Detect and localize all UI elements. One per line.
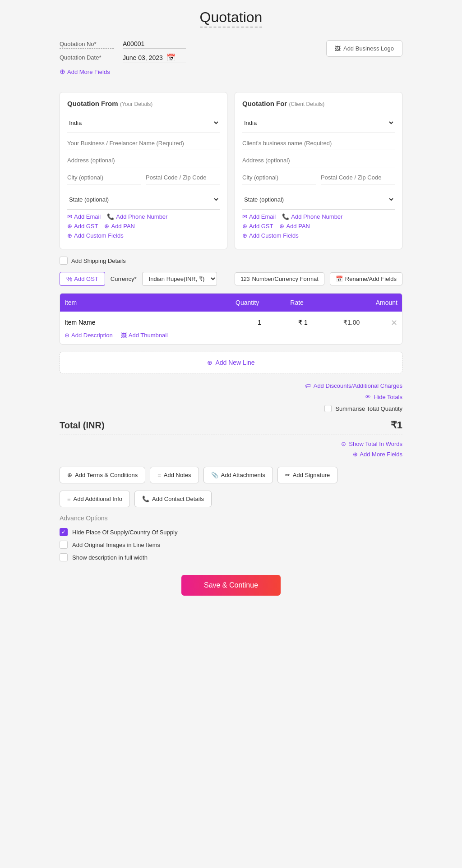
for-add-email-button[interactable]: ✉ Add Email <box>242 213 276 220</box>
plus-icon-desc: ⊕ <box>65 332 69 339</box>
plus-icon-custom: ⊕ <box>67 232 72 239</box>
advance-options-title: Advance Options <box>60 514 402 522</box>
for-add-custom-fields-label: Add Custom Fields <box>249 232 299 239</box>
add-gst-toolbar-label: Add GST <box>74 276 98 282</box>
for-add-custom-fields-button[interactable]: ⊕ Add Custom Fields <box>242 232 299 239</box>
advance-option-original-images[interactable]: Add Original Images in Line Items <box>60 541 402 549</box>
hide-totals-label: Hide Totals <box>374 394 402 400</box>
for-state-select[interactable]: State (optional) <box>242 193 395 207</box>
phone-icon-for: 📞 <box>282 213 289 220</box>
add-contact-details-button[interactable]: 📞 Add Contact Details <box>134 491 212 507</box>
calendar-icon[interactable]: 📅 <box>166 53 176 62</box>
add-notes-label: Add Notes <box>164 472 191 478</box>
header-amount: Amount <box>344 294 402 312</box>
number-format-button[interactable]: 123 Number/Currency Format <box>235 272 324 285</box>
shipping-label: Add Shipping Details <box>71 257 126 264</box>
summarise-label: Summarise Total Quantity <box>335 405 402 412</box>
hide-place-checkbox[interactable] <box>60 528 68 536</box>
item-amount: ₹1.00 <box>343 317 375 328</box>
add-signature-button[interactable]: ✏ Add Signature <box>277 467 337 483</box>
item-actions-row: ⊕ Add Description 🖼 Add Thumbnail <box>60 328 402 344</box>
summarise-checkbox[interactable] <box>324 405 332 412</box>
add-more-fields-button[interactable]: ⊕ Add More Fields <box>60 68 317 76</box>
from-address-input[interactable] <box>67 154 220 167</box>
item-name-input[interactable] <box>65 317 253 328</box>
from-business-name-input[interactable] <box>67 137 220 150</box>
add-thumbnail-button[interactable]: 🖼 Add Thumbnail <box>121 332 168 339</box>
page-title: Quotation <box>200 9 263 28</box>
from-add-gst-button[interactable]: ⊕ Add GST <box>67 223 98 230</box>
for-country-row[interactable]: India <box>242 113 395 133</box>
add-notes-button[interactable]: ≡ Add Notes <box>150 467 199 483</box>
add-more-fields-label: Add More Fields <box>67 69 110 75</box>
save-button-row: Save & Continue <box>60 575 402 596</box>
add-new-line-row[interactable]: ⊕ Add New Line <box>60 352 402 373</box>
shipping-details-row[interactable]: Add Shipping Details <box>60 257 402 265</box>
add-terms-label: Add Terms & Conditions <box>75 472 138 478</box>
for-city-input[interactable] <box>242 171 316 184</box>
add-business-logo-button[interactable]: 🖼 Add Business Logo <box>326 40 402 57</box>
for-address-input[interactable] <box>242 154 395 167</box>
from-zip-input[interactable] <box>146 171 220 184</box>
save-continue-button[interactable]: Save & Continue <box>181 575 281 596</box>
add-attachments-button[interactable]: 📎 Add Attachments <box>203 467 273 483</box>
quotation-for-panel: Quotation For (Client Details) India Sta… <box>235 92 402 249</box>
for-business-name-input[interactable] <box>242 137 395 150</box>
show-words-label: Show Total In Words <box>349 441 402 447</box>
currency-select[interactable]: Indian Rupee(INR, ₹) <box>142 272 217 286</box>
add-gst-toolbar-button[interactable]: % Add GST <box>60 272 105 286</box>
currency-label: Currency* <box>111 276 137 282</box>
for-add-pan-button[interactable]: ⊕ Add PAN <box>279 223 310 230</box>
image-icon: 🖼 <box>335 45 341 52</box>
add-attachments-label: Add Attachments <box>221 472 265 478</box>
add-discounts-label: Add Discounts/Additional Charges <box>314 382 402 389</box>
rename-fields-button[interactable]: 📅 Rename/Add Fields <box>330 272 402 285</box>
from-add-custom-fields-label: Add Custom Fields <box>74 232 124 239</box>
for-zip-input[interactable] <box>321 171 395 184</box>
format-icon: 123 <box>240 276 249 282</box>
header-quantity: Quantity <box>231 294 286 312</box>
bottom-buttons-row2: ≡ Add Additional Info 📞 Add Contact Deta… <box>60 491 402 507</box>
add-logo-label: Add Business Logo <box>343 45 394 52</box>
advance-option-hide-place[interactable]: Hide Place Of Supply/Country Of Supply <box>60 528 402 536</box>
hide-totals-button[interactable]: 👁 Hide Totals <box>60 394 402 400</box>
item-rate-input[interactable] <box>298 317 334 328</box>
from-country-select[interactable]: India <box>67 116 220 130</box>
for-country-select[interactable]: India <box>242 116 395 130</box>
from-add-phone-button[interactable]: 📞 Add Phone Number <box>107 213 167 220</box>
original-images-label: Add Original Images in Line Items <box>72 542 160 548</box>
from-country-row[interactable]: India <box>67 113 220 133</box>
add-description-button[interactable]: ⊕ Add Description <box>65 332 113 339</box>
from-add-pan-button[interactable]: ⊕ Add PAN <box>104 223 135 230</box>
total-value: ₹1 <box>391 419 402 431</box>
from-add-email-button[interactable]: ✉ Add Email <box>67 213 101 220</box>
notes-icon: ≡ <box>157 472 161 478</box>
plus-icon-pan-for: ⊕ <box>279 223 284 230</box>
add-additional-info-button[interactable]: ≡ Add Additional Info <box>60 491 130 507</box>
for-add-gst-button[interactable]: ⊕ Add GST <box>242 223 273 230</box>
phone-icon-contact: 📞 <box>142 496 149 502</box>
from-add-custom-fields-button[interactable]: ⊕ Add Custom Fields <box>67 232 124 239</box>
totals-add-more-fields-button[interactable]: ⊕ Add More Fields <box>353 451 402 458</box>
item-quantity-input[interactable] <box>258 317 285 328</box>
for-add-gst-label: Add GST <box>249 223 273 230</box>
shipping-checkbox[interactable] <box>60 257 68 265</box>
original-images-checkbox[interactable] <box>60 541 68 549</box>
totals-add-more-fields-label: Add More Fields <box>360 451 402 458</box>
calendar-icon-toolbar: 📅 <box>336 276 343 282</box>
summarise-row: Summarise Total Quantity <box>60 405 402 412</box>
from-city-input[interactable] <box>67 171 141 184</box>
for-add-phone-button[interactable]: 📞 Add Phone Number <box>282 213 342 220</box>
add-terms-button[interactable]: ⊕ Add Terms & Conditions <box>60 467 145 483</box>
advance-option-full-width[interactable]: Show description in full width <box>60 553 402 561</box>
full-width-checkbox[interactable] <box>60 553 68 561</box>
from-state-select[interactable]: State (optional) <box>67 193 220 207</box>
add-discounts-button[interactable]: 🏷 Add Discounts/Additional Charges <box>60 382 402 389</box>
eye-circle-icon: ⊙ <box>341 441 346 447</box>
add-new-line-button[interactable]: ⊕ Add New Line <box>207 359 254 366</box>
show-total-words-button[interactable]: ⊙ Show Total In Words <box>60 441 402 447</box>
eye-icon: 👁 <box>365 394 371 400</box>
delete-item-button[interactable]: ✕ <box>391 318 397 328</box>
pen-icon: ✏ <box>285 472 290 478</box>
full-width-label: Show description in full width <box>72 554 148 561</box>
